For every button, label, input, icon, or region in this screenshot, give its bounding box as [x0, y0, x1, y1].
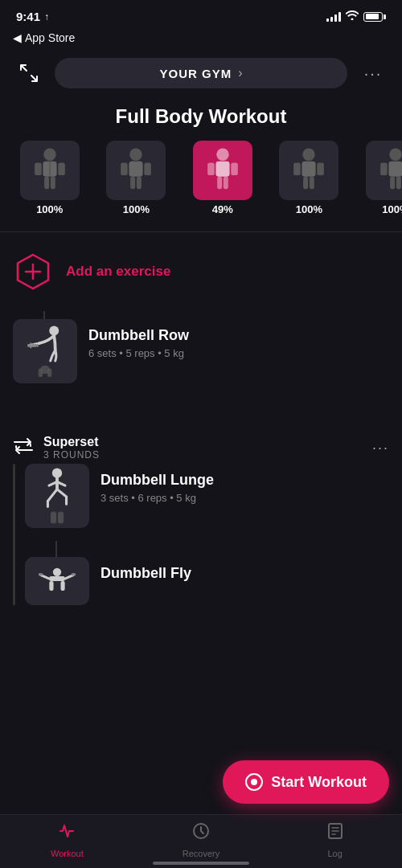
tab-workout[interactable]: Workout	[0, 821, 134, 868]
svg-rect-25	[304, 177, 309, 189]
back-button[interactable]: ◀ App Store	[13, 31, 75, 44]
start-workout-button[interactable]: Start Workout	[223, 760, 389, 804]
svg-rect-10	[145, 163, 152, 175]
exercise-item: Dumbbell Row 6 sets • 5 reps • 5 kg	[0, 319, 402, 396]
workout-tab-icon	[57, 821, 76, 845]
svg-rect-19	[217, 177, 222, 189]
exercise-name: Dumbbell Fly	[100, 565, 191, 582]
start-icon	[245, 773, 263, 791]
svg-rect-42	[39, 368, 43, 377]
superset-exercises: Dumbbell Lunge 3 sets • 6 reps • 5 kg	[25, 464, 389, 605]
muscle-pct: 100%	[296, 203, 322, 215]
superset-header: Superset 3 ROUNDS ···	[0, 428, 402, 464]
gym-selector[interactable]: YOUR GYM ›	[55, 58, 347, 88]
svg-point-7	[130, 149, 142, 161]
muscle-overlay	[25, 365, 65, 381]
superset-rounds: 3 ROUNDS	[43, 449, 100, 461]
svg-rect-2	[35, 163, 42, 175]
exercise-meta: 3 sets • 6 reps • 5 kg	[100, 492, 214, 504]
svg-point-0	[43, 149, 55, 161]
muscle-item: 100%	[6, 141, 93, 215]
exercise-item: Dumbbell Lunge 3 sets • 6 reps • 5 kg	[25, 464, 389, 541]
add-exercise-button[interactable]: Add an exercise	[0, 245, 402, 311]
superset-icon	[13, 437, 34, 459]
svg-rect-49	[39, 573, 43, 575]
exercise-thumbnail	[25, 557, 89, 605]
workout-tab-label: Workout	[51, 849, 84, 858]
svg-rect-17	[207, 163, 215, 175]
svg-rect-23	[294, 163, 302, 175]
connector-line	[0, 311, 402, 319]
back-arrow-icon: ◀	[13, 31, 22, 44]
nav-bar: ◀ App Store	[0, 28, 402, 52]
start-workout-label: Start Workout	[271, 774, 367, 791]
superset-info: Superset 3 ROUNDS	[43, 435, 100, 461]
add-exercise-label: Add an exercise	[66, 264, 170, 280]
dumbbell-lunge-figure	[29, 467, 85, 510]
workout-title: Full Body Workout	[0, 97, 402, 141]
exercise-meta: 6 sets • 5 reps • 5 kg	[88, 347, 189, 359]
svg-rect-51	[49, 581, 53, 591]
svg-rect-18	[231, 163, 238, 175]
svg-rect-26	[310, 177, 314, 189]
svg-rect-14	[136, 162, 142, 175]
muscle-pct: 100%	[123, 203, 150, 215]
status-time: 9:41 ↑	[16, 10, 49, 23]
muscle-pct: 100%	[382, 203, 402, 215]
expand-icon	[18, 62, 40, 84]
svg-rect-31	[390, 177, 395, 189]
superset-more-button[interactable]: ···	[372, 440, 389, 457]
exercise-info: Dumbbell Row 6 sets • 5 reps • 5 kg	[88, 319, 189, 359]
exercise-name: Dumbbell Row	[88, 327, 189, 344]
svg-point-15	[216, 149, 228, 161]
svg-rect-4	[44, 177, 49, 189]
svg-point-27	[389, 149, 401, 161]
home-indicator	[153, 862, 249, 865]
superset-title: Superset	[43, 435, 100, 449]
svg-rect-16	[215, 162, 229, 177]
more-button[interactable]: ···	[357, 57, 389, 89]
muscle-figure	[20, 141, 80, 200]
chevron-right-icon: ›	[238, 66, 242, 80]
exercise-thumbnail	[25, 464, 89, 528]
svg-rect-52	[60, 581, 64, 591]
svg-rect-45	[51, 512, 56, 523]
exercise-name: Dumbbell Lunge	[100, 472, 214, 489]
muscle-row: 100% 100%	[0, 141, 402, 228]
svg-rect-11	[130, 177, 135, 189]
status-icons	[326, 10, 386, 23]
svg-rect-43	[47, 368, 51, 377]
svg-rect-28	[388, 162, 402, 177]
svg-rect-32	[396, 177, 401, 189]
svg-rect-13	[130, 162, 136, 175]
more-icon: ···	[364, 64, 383, 83]
add-hexagon-icon	[14, 253, 51, 290]
add-icon	[13, 252, 53, 292]
muscle-figure	[366, 141, 402, 200]
svg-rect-46	[58, 512, 64, 523]
svg-rect-24	[318, 163, 325, 175]
bracket-line	[13, 464, 15, 605]
tab-bar: Workout Recovery Log	[0, 814, 402, 868]
gym-label: YOUR GYM	[159, 67, 232, 80]
location-icon: ↑	[44, 11, 49, 23]
wifi-icon	[346, 10, 359, 23]
muscle-item: 49%	[179, 141, 266, 215]
expand-button[interactable]	[13, 57, 45, 89]
log-tab-icon	[326, 821, 345, 845]
svg-rect-48	[49, 576, 64, 581]
svg-rect-40	[37, 344, 39, 347]
exercise-info: Dumbbell Fly	[100, 557, 191, 585]
repeat-icon	[13, 437, 34, 455]
svg-rect-12	[137, 177, 142, 189]
exercise-thumbnail	[13, 319, 77, 383]
svg-rect-50	[72, 573, 76, 575]
svg-point-21	[303, 149, 315, 161]
muscle-item: 100%	[266, 141, 353, 215]
tab-log[interactable]: Log	[268, 821, 402, 868]
muscle-figure	[279, 141, 338, 200]
status-bar: 9:41 ↑	[0, 0, 402, 28]
start-dot	[251, 779, 257, 785]
svg-rect-39	[32, 344, 37, 347]
dumbbell-row-figure	[17, 322, 73, 365]
